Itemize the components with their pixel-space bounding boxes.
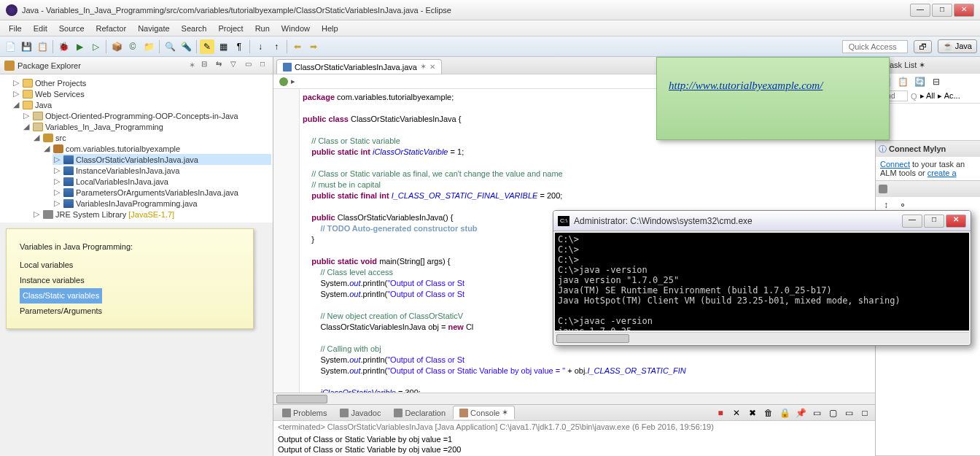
- eclipse-icon: [6, 4, 18, 16]
- console-terminate-button[interactable]: ■: [713, 406, 728, 420]
- tree-file-local[interactable]: ▷LocalVariablesInJava.java: [52, 176, 271, 187]
- menu-source[interactable]: Source: [53, 23, 90, 34]
- save-all-button[interactable]: 📋: [35, 39, 50, 54]
- package-explorer-header: Package Explorer ✶ ⊟ ⇆ ▽ ▭ □: [0, 57, 273, 74]
- tree-web-services[interactable]: ▷Web Services: [12, 88, 271, 99]
- tab-problems[interactable]: Problems: [276, 407, 332, 419]
- open-type-button[interactable]: 🔍: [163, 39, 177, 54]
- task-collapse-button[interactable]: ⊟: [929, 74, 944, 89]
- menubar: File Edit Source Refactor Navigate Searc…: [0, 20, 980, 36]
- toggle-block-button[interactable]: ▦: [216, 39, 230, 54]
- console-remove-button[interactable]: ✕: [729, 406, 744, 420]
- sticky-item-params: Parameters/Arguments: [20, 304, 240, 319]
- run-button[interactable]: ▶: [72, 39, 87, 54]
- cmd-hscrollbar[interactable]: [555, 332, 969, 344]
- problems-icon: [282, 409, 291, 417]
- console-pin-button[interactable]: 📌: [793, 406, 808, 420]
- menu-navigate[interactable]: Navigate: [132, 23, 175, 34]
- prev-annotation-button[interactable]: ↑: [269, 39, 284, 54]
- editor-tab-active[interactable]: ClassOrStaticVariablesInJava.java ✶ ✕: [276, 59, 442, 74]
- new-folder-button[interactable]: 📁: [141, 39, 156, 54]
- menu-project[interactable]: Project: [212, 23, 249, 34]
- menu-help[interactable]: Help: [316, 23, 344, 34]
- menu-refactor[interactable]: Refactor: [90, 23, 133, 34]
- collapse-all-button[interactable]: ⊟: [198, 60, 210, 72]
- console-min-button[interactable]: ▭: [841, 406, 856, 420]
- tree-other-projects[interactable]: ▷Other Projects: [12, 77, 271, 88]
- console-open-button[interactable]: ▢: [825, 406, 840, 420]
- console-display-button[interactable]: ▭: [809, 406, 824, 420]
- task-cat-button[interactable]: 📋: [895, 74, 910, 89]
- forward-button[interactable]: ➡: [306, 39, 321, 54]
- menu-edit[interactable]: Edit: [28, 23, 53, 34]
- maximize-view-button[interactable]: □: [257, 60, 268, 72]
- new-package-button[interactable]: 📦: [109, 39, 124, 54]
- close-tab-icon[interactable]: ✕: [429, 63, 435, 71]
- breadcrumb-icon: [279, 77, 288, 86]
- editor-hscrollbar[interactable]: [273, 393, 875, 404]
- back-button[interactable]: ⬅: [290, 39, 305, 54]
- window-title: Java - Variables_In_Java_Programming/src…: [22, 6, 910, 15]
- console-clear-button[interactable]: 🗑: [761, 406, 776, 420]
- tree-file-classorstatic[interactable]: ▷ClassOrStaticVariablesInJava.java: [52, 154, 271, 165]
- debug-button[interactable]: 🐞: [56, 39, 71, 54]
- declaration-icon: [394, 409, 402, 417]
- cmd-output[interactable]: C:\> C:\> C:\> C:\>java -version java ve…: [555, 233, 969, 331]
- minimize-view-button[interactable]: ▭: [242, 60, 254, 72]
- tree-jre[interactable]: ▷JRE System Library [JavaSE-1.7]: [32, 209, 271, 220]
- menu-file[interactable]: File: [3, 23, 28, 34]
- sticky-item-local: Local variables: [20, 258, 240, 273]
- close-button[interactable]: ✕: [954, 4, 974, 17]
- tab-declaration[interactable]: Declaration: [388, 407, 451, 419]
- next-annotation-button[interactable]: ↓: [253, 39, 268, 54]
- cmd-window[interactable]: C:\ Administrator: C:\Windows\system32\c…: [553, 210, 971, 346]
- cmd-titlebar[interactable]: C:\ Administrator: C:\Windows\system32\c…: [553, 211, 971, 231]
- tree-oop-project[interactable]: ▷Object-Oriented-Programming-OOP-Concept…: [22, 110, 271, 121]
- tree-file-varsprog[interactable]: ▷VariablesInJavaProgramming.java: [52, 198, 271, 209]
- console-output[interactable]: Output of Class or Static Variable by ob…: [273, 433, 875, 456]
- package-explorer-tree[interactable]: ▷Other Projects ▷Web Services ◢Java ▷Obj…: [0, 74, 273, 223]
- mylyn-connect-link[interactable]: Connect: [880, 160, 910, 169]
- minimize-button[interactable]: —: [910, 4, 930, 17]
- tree-java-workingset[interactable]: ◢Java: [12, 99, 271, 110]
- console-max-button[interactable]: □: [858, 406, 872, 420]
- cmd-minimize-button[interactable]: —: [902, 215, 922, 228]
- view-menu-button[interactable]: ▽: [228, 60, 239, 72]
- sticky-item-classstatic: Class/Static variables: [20, 288, 102, 304]
- new-class-button[interactable]: ©: [125, 39, 140, 54]
- link-editor-button[interactable]: ⇆: [213, 60, 225, 72]
- task-filter-activate[interactable]: ▸ Ac...: [938, 91, 960, 101]
- tab-javadoc[interactable]: Javadoc: [334, 407, 386, 419]
- task-filter-all[interactable]: ▸ All: [920, 91, 936, 101]
- maximize-button[interactable]: □: [932, 4, 952, 17]
- search-button[interactable]: 🔦: [179, 39, 193, 54]
- java-perspective-button[interactable]: ☕ Java: [938, 39, 977, 53]
- window-titlebar: Java - Variables_In_Java_Programming/src…: [0, 0, 980, 20]
- tree-file-instance[interactable]: ▷InstanceVariablesInJava.java: [52, 165, 271, 176]
- cmd-maximize-button[interactable]: □: [924, 215, 944, 228]
- menu-run[interactable]: Run: [249, 23, 276, 34]
- mylyn-create-link[interactable]: create a: [928, 169, 957, 177]
- tree-vars-project[interactable]: ◢Variables_In_Java_Programming: [22, 121, 271, 132]
- menu-search[interactable]: Search: [176, 23, 213, 34]
- menu-window[interactable]: Window: [276, 23, 316, 34]
- toggle-mark-button[interactable]: ✎: [200, 39, 214, 54]
- tab-console[interactable]: Console ✶: [453, 406, 515, 420]
- tutorial-url-link[interactable]: http://www.tutorialbyexample.com/: [669, 80, 822, 91]
- sticky-item-instance: Instance variables: [20, 273, 240, 288]
- save-button[interactable]: 💾: [19, 39, 34, 54]
- tree-package[interactable]: ◢com.variables.tutorialbyexample: [42, 143, 271, 154]
- outline-header: [876, 181, 980, 197]
- console-removeall-button[interactable]: ✖: [745, 406, 760, 420]
- cmd-close-button[interactable]: ✕: [946, 215, 966, 228]
- tree-src[interactable]: ◢src: [32, 132, 271, 143]
- run-last-button[interactable]: ▷: [88, 39, 103, 54]
- new-button[interactable]: 📄: [3, 39, 18, 54]
- task-sync-button[interactable]: 🔄: [912, 74, 927, 89]
- tree-file-params[interactable]: ▷ParametersOrArgumentsVariablesInJava.ja…: [52, 187, 271, 198]
- quick-access-input[interactable]: [842, 40, 908, 53]
- console-scrolllock-button[interactable]: 🔒: [777, 406, 792, 420]
- open-perspective-button[interactable]: 🗗: [914, 40, 932, 53]
- console-icon: [459, 409, 468, 417]
- show-whitespace-button[interactable]: ¶: [232, 39, 246, 54]
